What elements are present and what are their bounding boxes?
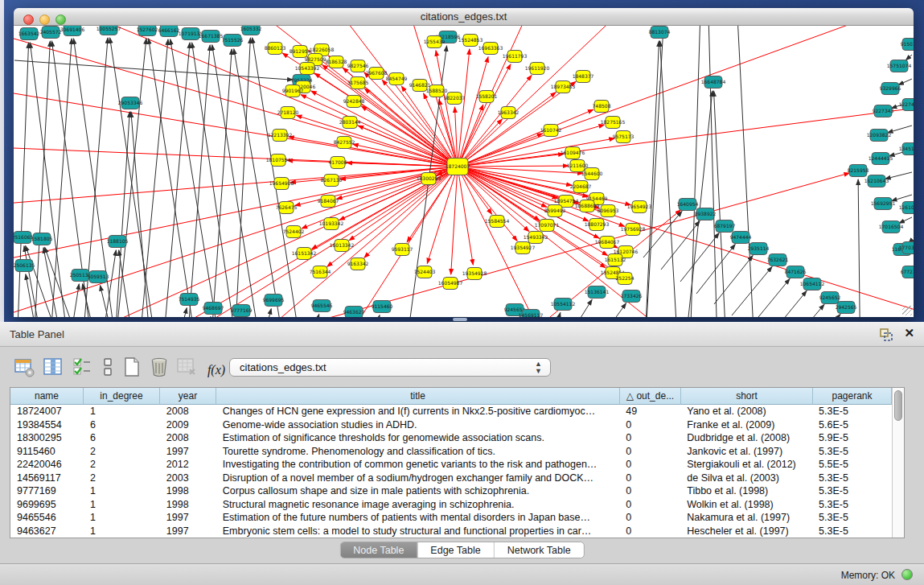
- graph-node[interactable]: 1848377: [573, 71, 594, 83]
- show-columns-icon[interactable]: [42, 356, 64, 378]
- column-header-title[interactable]: title: [216, 388, 620, 405]
- cell-short[interactable]: Hescheler et al. (1997): [680, 525, 812, 538]
- scrollbar-thumb[interactable]: [894, 390, 902, 421]
- table-settings-icon[interactable]: [13, 356, 35, 378]
- graph-node[interactable]: 12610334: [899, 202, 914, 214]
- graph-node[interactable]: 16648784: [701, 76, 726, 89]
- cell-out_degree[interactable]: 0: [619, 484, 680, 498]
- cell-in_degree[interactable]: 2: [84, 458, 160, 472]
- cell-in_degree[interactable]: 1: [84, 484, 160, 498]
- cell-year[interactable]: 2012: [160, 458, 216, 472]
- cell-name[interactable]: 18724007: [10, 405, 84, 418]
- graph-node[interactable]: 1527602: [137, 26, 158, 36]
- graph-node[interactable]: 16210643: [864, 175, 889, 187]
- cell-in_degree[interactable]: 1: [84, 405, 160, 418]
- graph-node[interactable]: 1733426: [621, 290, 643, 303]
- graph-node[interactable]: 8454749: [386, 73, 408, 85]
- graph-node[interactable]: 18973483: [551, 81, 576, 93]
- graph-node[interactable]: 417006: [329, 157, 347, 169]
- cell-year[interactable]: 1998: [160, 484, 216, 498]
- cell-pagerank[interactable]: 5.3E-5: [812, 405, 891, 418]
- graph-node[interactable]: 8860123: [265, 43, 286, 55]
- cell-year[interactable]: 1998: [160, 498, 216, 512]
- cell-name[interactable]: 9465546: [10, 511, 84, 525]
- cell-name[interactable]: 9463627: [10, 525, 84, 538]
- graph-node[interactable]: 9822037: [444, 93, 466, 105]
- cell-name[interactable]: 14569117: [10, 472, 84, 485]
- graph-node[interactable]: 7514935: [179, 294, 200, 306]
- graph-node[interactable]: 15584554: [485, 216, 510, 228]
- graph-node[interactable]: 8813074: [649, 27, 671, 39]
- table-row[interactable]: 946554611997Estimation of the future num…: [10, 511, 891, 525]
- column-header-out_degree[interactable]: △ out_de...: [620, 388, 681, 405]
- cell-in_degree[interactable]: 2: [84, 472, 160, 485]
- graph-node[interactable]: 19756928: [621, 224, 646, 236]
- cell-pagerank[interactable]: 5.3E-5: [812, 498, 891, 512]
- function-builder-icon[interactable]: f(x): [203, 359, 230, 381]
- graph-node[interactable]: 16963363: [478, 43, 503, 55]
- graph-node[interactable]: 9699695: [263, 295, 285, 307]
- cell-out_degree[interactable]: 0: [619, 431, 680, 445]
- cell-in_degree[interactable]: 6: [84, 418, 160, 432]
- cell-name[interactable]: 19384554: [10, 418, 84, 432]
- graph-node[interactable]: 1640954: [677, 199, 699, 211]
- cell-title[interactable]: Structural magnetic resonance image aver…: [216, 498, 620, 512]
- graph-node[interactable]: 15136141: [585, 286, 610, 299]
- graph-node[interactable]: 9329966: [880, 83, 901, 95]
- graph-node[interactable]: 10654112: [800, 278, 825, 290]
- cell-in_degree[interactable]: 1: [84, 498, 160, 512]
- network-graph-svg[interactable]: 1872400716635422405572306914061005525715…: [14, 26, 914, 317]
- graph-node[interactable]: 9593117: [392, 244, 413, 256]
- graph-node[interactable]: 19354928: [462, 268, 487, 280]
- graph-node[interactable]: 9465546: [311, 300, 333, 312]
- cell-name[interactable]: 9115460: [10, 445, 84, 459]
- graph-node[interactable]: 2718120: [277, 107, 299, 119]
- cell-title[interactable]: Changes of HCN gene expression and I(f) …: [216, 405, 620, 418]
- graph-node[interactable]: 2405572: [40, 27, 62, 39]
- cell-short[interactable]: Stergiakouli et al. (2012): [680, 458, 812, 472]
- graph-node[interactable]: 1188105: [107, 236, 129, 248]
- cell-short[interactable]: Jankovic et al. (1997): [680, 445, 812, 459]
- graph-node[interactable]: 2204687: [570, 181, 592, 193]
- float-panel-icon[interactable]: [879, 328, 893, 342]
- cell-pagerank[interactable]: 5.6E-5: [812, 418, 891, 432]
- graph-node[interactable]: 8215958: [848, 165, 869, 177]
- cell-title[interactable]: Corpus callosum shape and size in male p…: [216, 484, 620, 498]
- cell-out_degree[interactable]: 0: [619, 458, 680, 472]
- graph-node[interactable]: 14569117: [519, 310, 544, 318]
- graph-node[interactable]: 15751074: [887, 60, 912, 72]
- cell-short[interactable]: Franke et al. (2009): [680, 418, 812, 432]
- graph-node[interactable]: 1605332: [240, 26, 262, 35]
- cell-out_degree[interactable]: 0: [619, 498, 680, 512]
- graph-node[interactable]: 19654923: [627, 201, 652, 213]
- graph-node[interactable]: 252254: [616, 273, 634, 285]
- cell-title[interactable]: Estimation of the future numbers of pati…: [216, 511, 620, 525]
- graph-node[interactable]: 18275165: [601, 117, 626, 129]
- graph-node[interactable]: 6879197: [714, 220, 736, 233]
- graph-node[interactable]: 748508: [593, 101, 611, 113]
- cell-title[interactable]: Estimation of significance thresholds fo…: [216, 431, 620, 445]
- graph-node[interactable]: 7632621: [767, 254, 789, 266]
- graph-node[interactable]: 2935114: [748, 243, 770, 255]
- table-row[interactable]: 977716911998Corpus callosum shape and si…: [10, 484, 891, 498]
- table-row[interactable]: 969969511998Structural magnetic resonanc…: [10, 498, 891, 512]
- table-row[interactable]: 2242004622012Investigating the contribut…: [10, 458, 891, 472]
- cell-title[interactable]: Tourette syndrome. Phenomenology and cla…: [216, 445, 620, 459]
- table-selector-dropdown[interactable]: citations_edges.txt ▲▼: [229, 358, 551, 377]
- network-canvas[interactable]: 1872400716635422405572306914061005525715…: [14, 26, 914, 317]
- graph-node[interactable]: 18724007: [446, 159, 470, 175]
- graph-node[interactable]: 16671385: [199, 31, 224, 43]
- cell-short[interactable]: Yano et al. (2008): [680, 405, 812, 418]
- graph-node[interactable]: 7524402: [283, 226, 305, 238]
- graph-node[interactable]: 29053346: [118, 97, 143, 109]
- column-header-short[interactable]: short: [681, 388, 813, 405]
- network-window-titlebar[interactable]: citations_edges.txt: [14, 8, 914, 26]
- cell-out_degree[interactable]: 0: [619, 511, 680, 525]
- cell-out_degree[interactable]: 0: [619, 445, 680, 459]
- graph-node[interactable]: 8096953: [598, 205, 619, 217]
- graph-node[interactable]: 9242848: [343, 96, 365, 108]
- cell-in_degree[interactable]: 2: [84, 445, 160, 459]
- graph-node[interactable]: 9184067: [318, 196, 339, 208]
- close-panel-icon[interactable]: ✕: [904, 326, 914, 340]
- delete-trash-icon[interactable]: [148, 356, 170, 378]
